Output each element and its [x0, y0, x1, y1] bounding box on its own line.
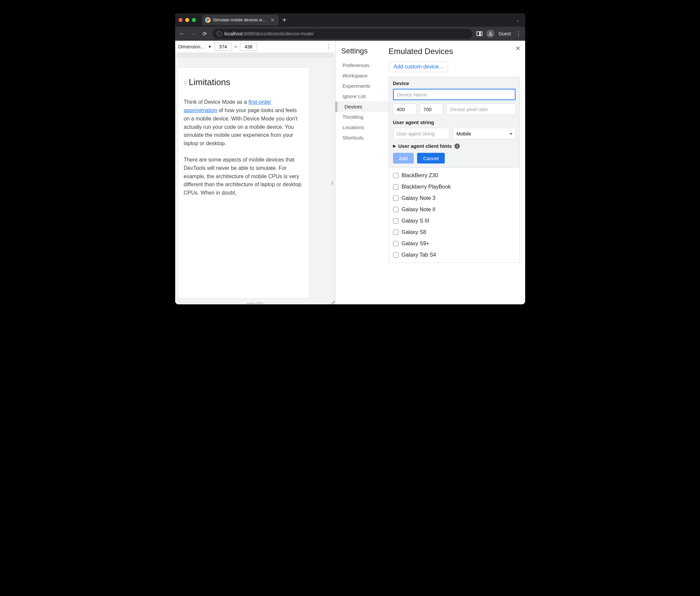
nav-reload-button[interactable]: ⟳	[201, 31, 208, 37]
window-controls	[178, 18, 196, 22]
settings-content: Emulated Devices Add custom device... De…	[389, 41, 525, 304]
device-checkbox[interactable]	[393, 184, 398, 190]
settings-sidebar: Settings PreferencesWorkspaceExperiments…	[335, 41, 389, 304]
device-toolbar-menu-button[interactable]: ⋮	[326, 43, 332, 50]
device-checkbox[interactable]	[393, 207, 398, 212]
settings-close-button[interactable]: ✕	[516, 45, 521, 52]
device-name-input[interactable]	[393, 89, 516, 100]
dimension-dropdown-label: Dimension…	[178, 44, 205, 49]
settings-nav-workspace[interactable]: Workspace	[341, 70, 389, 81]
settings-nav-experiments[interactable]: Experiments	[341, 81, 389, 91]
profile-avatar-icon[interactable]	[486, 30, 495, 38]
chrome-favicon-icon	[205, 17, 210, 23]
new-tab-button[interactable]: +	[279, 16, 291, 24]
device-list: BlackBerry Z30Blackberry PlayBookGalaxy …	[389, 168, 520, 263]
device-name-label: Galaxy Note II	[402, 206, 435, 213]
device-name-label: Blackberry PlayBook	[402, 184, 451, 190]
browser-tab[interactable]: Simulate mobile devices with D ✕	[202, 15, 279, 25]
cancel-button[interactable]: Cancel	[417, 153, 445, 164]
device-name-label: Galaxy S III	[402, 218, 429, 224]
browser-menu-button[interactable]: ⋮	[515, 30, 522, 38]
toolbar: ← → ⟳ i localhost:8080/docs/devtools/dev…	[175, 27, 525, 41]
device-height-input[interactable]	[420, 103, 443, 115]
emulated-devices-title: Emulated Devices	[389, 47, 520, 56]
add-custom-device-button[interactable]: Add custom device...	[389, 61, 448, 72]
dimension-dropdown-caret-icon[interactable]: ▼	[208, 44, 212, 49]
device-name-label: Galaxy S9+	[402, 241, 429, 247]
user-agent-input[interactable]	[393, 128, 450, 139]
page-paragraph: There are some aspects of mobile devices…	[184, 156, 304, 197]
viewport-height-input[interactable]	[240, 43, 257, 51]
settings-nav-ignore-list[interactable]: Ignore List	[341, 91, 389, 101]
address-bar[interactable]: i localhost:8080/docs/devtools/device-mo…	[212, 29, 473, 39]
viewport-width-input[interactable]	[215, 43, 232, 51]
horizontal-resize-handle[interactable]	[175, 302, 335, 304]
device-list-item[interactable]: Galaxy Note 3	[389, 193, 520, 204]
settings-nav-preferences[interactable]: Preferences	[341, 60, 389, 70]
device-toolbar: Dimension… ▼ × ⋮	[175, 41, 335, 53]
nav-forward-button[interactable]: →	[190, 31, 197, 37]
tab-close-icon[interactable]: ✕	[270, 17, 275, 23]
user-agent-type-select[interactable]: Mobile	[453, 128, 516, 139]
device-name-label: Galaxy S8	[402, 229, 426, 235]
device-checkbox[interactable]	[393, 252, 398, 257]
content-area: Dimension… ▼ × ⋮ #Limitations Think of D…	[175, 41, 525, 304]
site-info-icon[interactable]: i	[217, 31, 222, 36]
emulated-viewport[interactable]: #Limitations Think of Device Mode as a f…	[178, 68, 309, 298]
settings-nav-shortcuts[interactable]: Shortcuts	[341, 132, 389, 143]
device-pixel-ratio-input[interactable]	[446, 103, 516, 115]
device-checkbox[interactable]	[393, 241, 398, 246]
device-list-item[interactable]: Galaxy S9+	[389, 238, 520, 249]
side-panel-icon[interactable]	[476, 31, 482, 36]
device-name-label: Galaxy Tab S4	[402, 252, 436, 258]
add-device-button[interactable]: Add	[393, 153, 414, 164]
device-list-item[interactable]: Galaxy Tab S4	[389, 249, 520, 260]
device-name-label: BlackBerry Z30	[402, 173, 438, 178]
ua-client-hints-toggle[interactable]: ▶ User agent client hints i	[393, 143, 516, 149]
device-checkbox[interactable]	[393, 218, 398, 224]
dimension-separator: ×	[234, 44, 237, 49]
window-minimize-button[interactable]	[185, 18, 189, 22]
device-checkbox[interactable]	[393, 173, 398, 178]
custom-device-form: Device User agent string Mobile	[389, 77, 520, 168]
vertical-resize-handle[interactable]	[330, 68, 335, 298]
url-text: localhost:8080/docs/devtools/device-mode…	[225, 31, 314, 36]
viewport-container: #Limitations Think of Device Mode as a f…	[175, 57, 335, 302]
tabs-overflow-button[interactable]: ⌄	[514, 17, 522, 23]
window-maximize-button[interactable]	[192, 18, 196, 22]
devtools-settings-pane: ✕ Settings PreferencesWorkspaceExperimen…	[335, 41, 525, 304]
settings-nav-throttling[interactable]: Throttling	[341, 112, 389, 122]
horizontal-ruler	[177, 53, 333, 57]
ua-section-label: User agent string	[393, 120, 516, 125]
device-list-item[interactable]: BlackBerry Z30	[389, 170, 520, 181]
settings-nav-locations[interactable]: Locations	[341, 122, 389, 132]
device-section-label: Device	[393, 80, 516, 86]
device-width-input[interactable]	[393, 103, 417, 115]
page-paragraph: Think of Device Mode as a first-order ap…	[184, 98, 304, 148]
device-checkbox[interactable]	[393, 230, 398, 235]
heading-anchor-icon[interactable]: #	[184, 79, 188, 86]
device-list-item[interactable]: Blackberry PlayBook	[389, 181, 520, 193]
browser-window: Simulate mobile devices with D ✕ + ⌄ ← →…	[175, 14, 525, 304]
settings-nav-devices[interactable]: Devices	[335, 101, 389, 112]
device-mode-pane: Dimension… ▼ × ⋮ #Limitations Think of D…	[175, 41, 335, 304]
window-close-button[interactable]	[178, 18, 182, 22]
device-list-item[interactable]: Galaxy Note II	[389, 204, 520, 215]
resize-corner-icon[interactable]	[330, 299, 334, 304]
tab-title: Simulate mobile devices with D	[213, 18, 267, 22]
device-name-label: Galaxy Note 3	[402, 195, 435, 201]
disclosure-triangle-icon: ▶	[393, 144, 396, 148]
settings-title: Settings	[341, 47, 389, 55]
page-heading: #Limitations	[184, 75, 304, 89]
profile-label: Guest	[498, 31, 511, 36]
nav-back-button[interactable]: ←	[178, 31, 186, 37]
device-list-item[interactable]: Galaxy S III	[389, 215, 520, 227]
titlebar: Simulate mobile devices with D ✕ + ⌄	[175, 14, 525, 27]
info-icon[interactable]: i	[454, 144, 460, 149]
device-checkbox[interactable]	[393, 196, 398, 201]
device-list-item[interactable]: Galaxy S8	[389, 227, 520, 238]
